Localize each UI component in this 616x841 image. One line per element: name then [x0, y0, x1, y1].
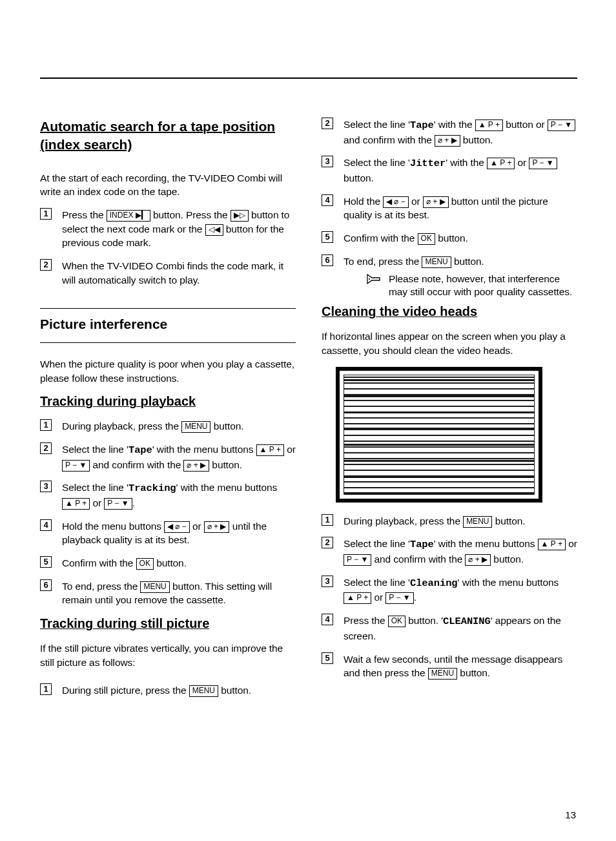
step-still-3: Select the line 'Jitter' with the ▲ P + …: [322, 156, 577, 185]
step-clean-1: During playback, press the MENU button.: [322, 514, 577, 528]
intro-index-search: At the start of each recording, the TV-V…: [40, 171, 296, 199]
key-p-plus: ▲ P +: [256, 444, 284, 456]
top-divider: [40, 78, 577, 79]
heading-tracking-playback: Tracking during playback: [40, 394, 296, 409]
heading-picture-interference: Picture interference: [40, 315, 167, 335]
heading-index-search: Automatic search for a tape position (in…: [40, 118, 296, 156]
key-p-minus: P − ▼: [529, 158, 557, 169]
step-clean-3: Select the line 'Cleaning' with the menu…: [322, 576, 577, 605]
step-tracking-4: Hold the menu buttons ◀ ⌀ − or ⌀ + ▶ unt…: [40, 519, 296, 547]
step-still-4: Hold the ◀ ⌀ − or ⌀ + ▶ button until the…: [322, 194, 577, 222]
heading-tracking-still: Tracking during still picture: [40, 616, 296, 631]
note-text: Please note, however, that interference …: [389, 273, 572, 298]
key-a-plus: ⌀ + ▶: [183, 460, 209, 472]
page-number: 13: [565, 809, 576, 820]
step-index-1: Press the INDEX ▶▎ button. Press the ▶▷ …: [40, 208, 296, 250]
step-still-5: Confirm with the OK button.: [322, 231, 577, 245]
intro-tracking-still: If the still picture vibrates vertically…: [40, 641, 296, 669]
step-index-2: When the TV-VIDEO Combi finds the code m…: [40, 259, 296, 287]
key-p-minus: P − ▼: [104, 498, 132, 510]
pointer-icon: [365, 273, 384, 286]
key-p-minus: P − ▼: [548, 119, 575, 131]
key-p-plus: ▲ P +: [487, 158, 515, 169]
step-still-6: To end, press the MENU button. Please no…: [322, 254, 577, 300]
step-tracking-3: Select the line 'Tracking' with the menu…: [40, 481, 296, 510]
key-p-plus: ▲ P +: [538, 539, 566, 550]
key-rew: ◁◀: [205, 224, 223, 236]
key-menu: MENU: [181, 421, 210, 433]
step-tracking-1: During playback, press the MENU button.: [40, 419, 296, 433]
step-tracking-6: To end, press the MENU button. This sett…: [40, 579, 296, 607]
key-ok: OK: [388, 616, 406, 627]
step-clean-2: Select the line 'Tape' with the menu but…: [322, 537, 577, 566]
key-a-plus: ⌀ + ▶: [435, 135, 460, 147]
key-index: INDEX ▶▎: [107, 210, 150, 222]
key-a-plus: ⌀ + ▶: [423, 196, 449, 208]
step-still-1: During still picture, press the MENU but…: [40, 683, 296, 698]
intro-picture-interference: When the picture quality is poor when yo…: [40, 357, 296, 385]
heading-underline: [40, 342, 296, 343]
key-a-minus: ◀ ⌀ −: [164, 521, 190, 533]
step-tracking-2: Select the line 'Tape' with the menu but…: [40, 442, 296, 472]
key-p-minus: P − ▼: [62, 460, 90, 472]
step-clean-4: Press the OK button. 'CLEANING' appears …: [322, 614, 577, 643]
key-menu: MENU: [189, 685, 218, 697]
key-menu: MENU: [140, 581, 169, 593]
key-menu: MENU: [422, 256, 451, 268]
heading-cleaning: Cleaning the video heads: [322, 304, 577, 319]
step-clean-5: Wait a few seconds, until the message di…: [322, 652, 577, 680]
step-tracking-5: Confirm with the OK button.: [40, 556, 296, 570]
key-menu: MENU: [463, 516, 492, 528]
key-ff: ▶▷: [231, 210, 249, 222]
key-p-minus: P − ▼: [344, 554, 371, 566]
step-still-2: Select the line 'Tape' with the ▲ P + bu…: [322, 118, 577, 147]
key-ok: OK: [136, 558, 154, 570]
key-p-plus: ▲ P +: [344, 592, 371, 604]
intro-cleaning: If horizontal lines appear on the screen…: [322, 329, 577, 357]
key-ok: OK: [418, 233, 435, 245]
key-a-plus: ⌀ + ▶: [465, 554, 491, 566]
key-menu: MENU: [428, 668, 457, 680]
key-p-plus: ▲ P +: [475, 119, 503, 131]
key-p-plus: ▲ P +: [62, 498, 90, 510]
section-divider: [40, 308, 296, 309]
key-a-minus: ◀ ⌀ −: [383, 196, 409, 208]
key-a-plus: ⌀ + ▶: [204, 521, 230, 533]
illustration-noisy-screen: [336, 367, 542, 503]
svg-point-0: [369, 278, 370, 280]
key-p-minus: P − ▼: [385, 592, 413, 604]
